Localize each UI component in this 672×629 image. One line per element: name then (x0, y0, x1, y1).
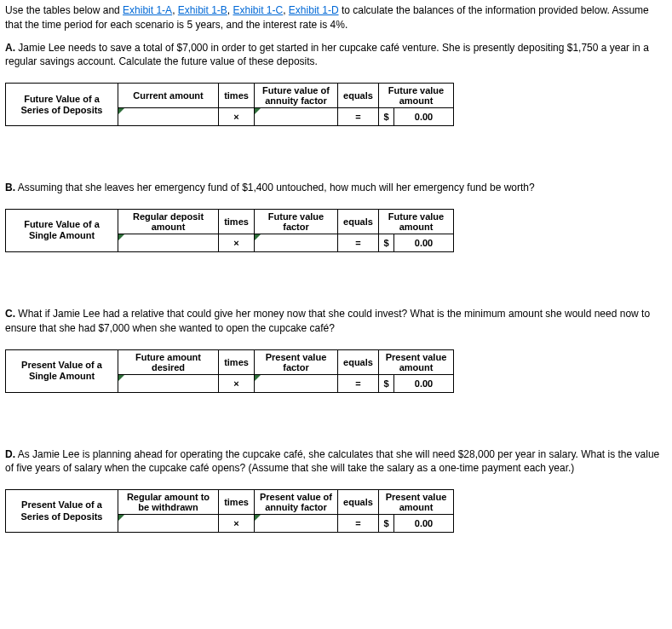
section-a-label: A. (5, 42, 15, 54)
table-a-eq: = (338, 108, 379, 126)
table-d: Present Value of a Series of Deposits Re… (5, 489, 454, 533)
table-d-result: 0.00 (394, 515, 454, 533)
table-c-input1[interactable] (122, 377, 215, 390)
intro-part1: Use the tables below and (5, 4, 123, 16)
table-c-input2-cell (255, 374, 338, 392)
table-d-rowlabel: Present Value of a Series of Deposits (6, 490, 118, 533)
section-d-text: As Jamie Lee is planning ahead for opera… (5, 448, 659, 475)
section-b-text: Assuming that she leaves her emergency f… (15, 182, 535, 193)
table-b-h1: Regular deposit amount (118, 209, 219, 234)
section-c-text: What if Jamie Lee had a relative that co… (5, 308, 650, 334)
table-b-h5: Future value amount (379, 209, 454, 234)
table-d-eq: = (338, 515, 379, 533)
table-a-dollar: $ (379, 108, 394, 126)
exhibit-1a-link[interactable]: Exhibit 1-A (123, 4, 172, 16)
table-d-input1-cell (118, 515, 219, 533)
table-c: Present Value of a Single Amount Future … (5, 349, 454, 393)
table-d-h4: equals (338, 490, 379, 515)
section-b: B. Assuming that she leaves her emergenc… (5, 181, 667, 195)
table-b-input1-cell (118, 234, 219, 251)
table-c-times: × (219, 374, 255, 392)
exhibit-1b-link[interactable]: Exhibit 1-B (178, 4, 227, 16)
section-a: A. Jamie Lee needs to save a total of $7… (5, 41, 667, 70)
table-c-input1-cell (118, 374, 219, 392)
table-b-input1[interactable] (122, 236, 215, 250)
table-b-times: × (219, 234, 255, 251)
table-a-input1-cell (118, 108, 219, 126)
table-b-eq: = (338, 234, 379, 251)
table-a-input1[interactable] (122, 110, 215, 124)
table-b: Future Value of a Single Amount Regular … (5, 209, 454, 252)
table-a-input2-cell (255, 108, 338, 126)
table-d-h3: Present value of annuity factor (255, 490, 338, 515)
table-d-input1[interactable] (122, 516, 215, 530)
table-b-input2-cell (255, 234, 338, 251)
table-d-h1: Regular amount to be withdrawn (118, 490, 219, 515)
table-b-h4: equals (338, 209, 379, 234)
table-a-h4: equals (338, 84, 379, 108)
table-c-result: 0.00 (394, 374, 454, 392)
table-b-input2[interactable] (258, 236, 334, 250)
table-b-h3: Future value factor (255, 209, 338, 234)
table-d-input2[interactable] (258, 516, 334, 530)
table-a-rowlabel: Future Value of a Series of Deposits (6, 84, 118, 126)
table-b-dollar: $ (379, 234, 394, 251)
table-a-h3: Future value of annuity factor (255, 84, 338, 108)
table-c-h3: Present value factor (255, 349, 338, 374)
table-c-eq: = (338, 374, 379, 392)
section-a-text: Jamie Lee needs to save a total of $7,00… (5, 42, 649, 68)
table-d-dollar: $ (379, 515, 394, 533)
section-d: D. As Jamie Lee is planning ahead for op… (5, 447, 667, 476)
table-b-result: 0.00 (394, 234, 454, 251)
table-a-h5: Future value amount (379, 84, 454, 108)
table-a-h1: Current amount (118, 84, 219, 108)
table-c-dollar: $ (379, 374, 394, 392)
table-b-h2: times (219, 209, 255, 234)
table-d-h2: times (219, 490, 255, 515)
table-c-input2[interactable] (258, 377, 334, 390)
table-d-times: × (219, 515, 255, 533)
table-c-rowlabel: Present Value of a Single Amount (6, 349, 118, 392)
table-c-h2: times (219, 349, 255, 374)
table-a-result: 0.00 (394, 108, 454, 126)
table-c-h4: equals (338, 349, 379, 374)
table-a: Future Value of a Series of Deposits Cur… (5, 83, 454, 126)
table-d-h5: Present value amount (379, 490, 454, 515)
table-a-input2[interactable] (258, 110, 334, 124)
section-b-label: B. (5, 182, 15, 193)
exhibit-1d-link[interactable]: Exhibit 1-D (289, 4, 339, 16)
exhibit-1c-link[interactable]: Exhibit 1-C (233, 4, 284, 16)
section-c-label: C. (5, 308, 15, 320)
table-c-h1: Future amount desired (118, 349, 219, 374)
table-d-input2-cell (255, 515, 338, 533)
table-a-times: × (219, 108, 255, 126)
intro-text: Use the tables below and Exhibit 1-A, Ex… (5, 3, 667, 32)
table-a-h2: times (219, 84, 255, 108)
section-c: C. What if Jamie Lee had a relative that… (5, 307, 667, 336)
table-c-h5: Present value amount (379, 349, 454, 374)
section-d-label: D. (5, 448, 15, 460)
table-b-rowlabel: Future Value of a Single Amount (6, 209, 118, 251)
